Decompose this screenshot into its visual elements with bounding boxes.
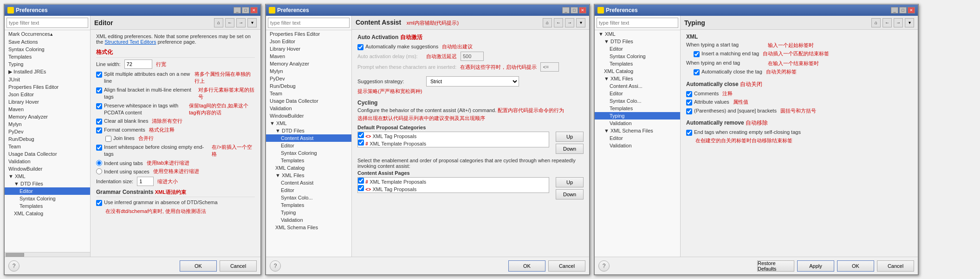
tree-item[interactable]: Editor [595, 134, 680, 142]
check-clear-input[interactable] [96, 119, 102, 125]
filter-input[interactable] [6, 18, 88, 28]
back-button2[interactable]: ← [554, 18, 563, 27]
tree-item-syntax[interactable]: Syntax Coloring [5, 195, 90, 202]
filter-input2[interactable] [268, 18, 350, 28]
check-insert-ws-input[interactable] [96, 145, 102, 151]
cancel-button3[interactable]: Cancel [877, 260, 914, 272]
check-split-input[interactable] [96, 72, 102, 78]
h-scroll-thumb[interactable] [6, 253, 24, 257]
tree-item[interactable]: Validation [595, 120, 680, 127]
maximize-button2[interactable]: □ [571, 7, 578, 13]
tree-item-xmlschema[interactable]: XML Schema Files [266, 224, 351, 231]
cycled-up-button[interactable]: Up [556, 177, 584, 187]
insert-end-tag-input[interactable] [694, 51, 700, 57]
check-brackets-input[interactable] [686, 108, 692, 114]
tree-item[interactable]: Properties Files Editor [266, 30, 351, 38]
tree-item-xml[interactable]: ▼ XML [5, 173, 90, 180]
indent-size-input[interactable] [137, 177, 154, 186]
tree-item[interactable]: Typing [5, 60, 90, 68]
check-align-input[interactable] [96, 87, 102, 93]
menu-button[interactable]: ▾ [247, 18, 257, 27]
tree-item[interactable]: Editor [595, 90, 680, 97]
help-button[interactable]: ? [8, 260, 19, 272]
tree-item[interactable]: Validation [266, 216, 351, 224]
cycled-proposal2-check[interactable] [358, 185, 364, 191]
tree-item[interactable]: Memory Analyzer [266, 60, 351, 67]
minimize-button[interactable]: _ [234, 7, 241, 13]
help-button3[interactable]: ? [598, 260, 610, 272]
tree-item[interactable]: Content Assi... [595, 82, 680, 90]
tree-item[interactable]: Syntax Coloring [5, 46, 90, 53]
ok-button[interactable]: OK [180, 260, 217, 272]
tree-item-contentassist[interactable]: Content Assist [266, 134, 351, 142]
tree-item-editor2[interactable]: Editor [266, 142, 351, 149]
tree-item[interactable]: Templates [595, 105, 680, 112]
tree-item[interactable]: Properties Files Editor [5, 83, 90, 91]
tree-item-templates[interactable]: Templates [5, 202, 90, 210]
tree-item-xmlfiles3[interactable]: ▼ XML Files [595, 75, 680, 82]
home-button2[interactable]: ⌂ [543, 18, 552, 27]
tree-item-xml3[interactable]: ▼ XML [595, 30, 680, 38]
help-button2[interactable]: ? [270, 260, 281, 272]
menu-button2[interactable]: ▾ [576, 18, 585, 27]
tree-item[interactable]: Editor [266, 186, 351, 194]
back-button[interactable]: ← [225, 18, 234, 27]
tree-item-xmlschema3[interactable]: ▼ XML Schema Files [595, 127, 680, 134]
tree-item[interactable]: Team [266, 90, 351, 97]
close-button2[interactable]: ✕ [579, 7, 586, 13]
tree-item[interactable]: Library Hover [5, 98, 90, 106]
tree-item[interactable]: Templates [266, 201, 351, 209]
forward-button[interactable]: → [236, 18, 246, 27]
tree-item-xml2[interactable]: ▼ XML [266, 120, 351, 127]
minimize-button3[interactable]: _ [891, 7, 898, 13]
linewidth-input[interactable] [124, 60, 152, 69]
check-comments-input[interactable] [686, 91, 692, 97]
tree-item[interactable]: Typing [266, 209, 351, 216]
ok-button2[interactable]: OK [508, 260, 545, 272]
tree-item-templates2[interactable]: Templates [266, 157, 351, 164]
ok-button3[interactable]: OK [837, 260, 874, 272]
check-end-tags-input[interactable] [686, 130, 692, 136]
tree-item[interactable]: Mylyn [5, 120, 90, 128]
check-preserve-input[interactable] [96, 103, 102, 109]
tree-item[interactable]: Json Editor [5, 91, 90, 98]
tree-item[interactable]: Syntax Colo... [266, 194, 351, 201]
tree-item[interactable]: Validation [5, 158, 90, 165]
apply-button[interactable]: Apply [797, 260, 834, 272]
structured-text-link[interactable]: Structured Text Editors [104, 39, 156, 45]
radio-space-input[interactable] [96, 168, 102, 174]
tree-item[interactable]: PyDev [5, 128, 90, 135]
tree-item-dtd3[interactable]: ▼ DTD Files [595, 38, 680, 45]
tree-item[interactable]: XML Catalog [595, 67, 680, 75]
maximize-button[interactable]: □ [242, 7, 249, 13]
tree-item-editor[interactable]: Editor [5, 187, 90, 195]
forward-button2[interactable]: → [565, 18, 574, 27]
tree-item[interactable]: Maven [266, 53, 351, 60]
radio-tab-input[interactable] [96, 160, 102, 166]
cycled-proposal1-check[interactable] [358, 178, 364, 184]
tree-item[interactable]: ▶ Installed JREs [5, 68, 90, 76]
default-up-button[interactable]: Up [556, 132, 584, 142]
tree-item[interactable]: Validation [266, 105, 351, 112]
tree-item[interactable]: Mark Occurrences▴ [5, 30, 90, 38]
tree-item[interactable]: PyDev [266, 75, 351, 82]
tree-item-typing[interactable]: Typing [595, 112, 680, 120]
tree-item[interactable]: Content Assist [266, 179, 351, 186]
tree-item[interactable]: Syntax Coloring [595, 53, 680, 60]
tree-item[interactable]: Library Hover [266, 45, 351, 53]
check-format-input[interactable] [96, 127, 102, 133]
tree-item-dtd2[interactable]: ▼ DTD Files [266, 127, 351, 134]
home-button3[interactable]: ⌂ [871, 18, 881, 27]
check-attr-values-input[interactable] [686, 100, 692, 106]
tree-item[interactable]: Templates [595, 60, 680, 67]
tree-item[interactable]: Maven [5, 106, 90, 113]
tree-item[interactable]: WindowBuilder [5, 165, 90, 173]
tree-item-xmlcatalog[interactable]: XML Catalog [5, 210, 90, 217]
check-grammar-input[interactable] [96, 200, 102, 206]
tree-item[interactable]: Run/Debug [266, 82, 351, 90]
restore-defaults-button[interactable]: Restore Defaults [757, 260, 794, 272]
tree-item[interactable]: Save Actions [5, 38, 90, 46]
default-proposal2-check[interactable] [358, 140, 364, 146]
auto-suggest-input[interactable] [357, 44, 363, 50]
tree-item-xmlfiles[interactable]: ▼ XML Files [266, 172, 351, 179]
